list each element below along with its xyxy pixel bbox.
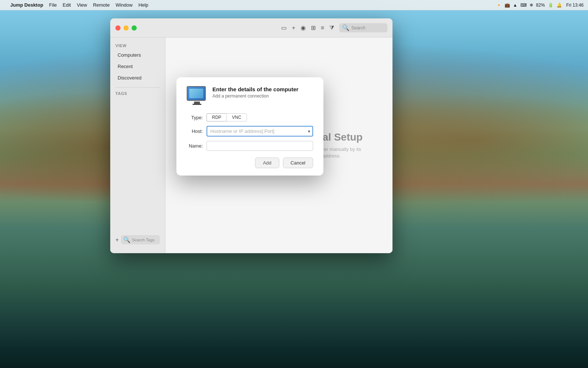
search-input[interactable] [351,25,384,31]
dialog-header: Enter the details of the computer Add a … [187,86,313,107]
type-row: Type: RDP VNC [187,113,313,121]
host-dropdown-button[interactable]: ▾ [306,128,312,135]
search-tags-bar[interactable]: 🔍 [121,235,160,244]
add-button[interactable]: Add [255,158,279,168]
close-button[interactable] [115,25,121,31]
add-tag-button[interactable]: + [115,237,119,243]
window-menu[interactable]: Window [115,2,132,8]
app-name-menu[interactable]: Jump Desktop [10,2,43,8]
list-view-icon[interactable]: ≡ [321,25,324,31]
sidebar-toggle-icon[interactable]: ▭ [281,24,287,31]
keyboard-icon: ⌨ [520,3,527,8]
dialog-title-group: Enter the details of the computer Add a … [212,86,313,99]
add-computer-icon[interactable]: + [292,25,295,31]
host-label: Host: [187,128,203,134]
dialog-title: Enter the details of the computer [212,86,313,92]
sidebar-item-discovered[interactable]: Discovered [112,72,163,83]
search-tags-icon: 🔍 [123,236,130,243]
filter-icon[interactable]: ⧩ [329,25,334,31]
monitor-screen-icon [189,89,203,98]
sidebar-item-computers[interactable]: Computers [112,50,163,60]
search-icon: 🔍 [342,24,349,31]
menubar: Jump Desktop File Edit View Remote Windo… [0,0,588,10]
dialog-subtitle: Add a permanent connection [212,93,313,99]
search-bar[interactable]: 🔍 [339,23,387,32]
edit-menu[interactable]: Edit [63,2,71,8]
host-input-group: ▾ [207,126,313,137]
battery-icon: 🔋 [548,3,553,8]
clock: Fri 13:46 [566,3,584,8]
help-menu[interactable]: Help [139,2,148,8]
sidebar-bottom: + 🔍 [110,232,165,247]
droplet-icon: 🔸 [496,3,502,8]
bluetooth-icon: ❄ [530,3,533,8]
minimize-button[interactable] [123,25,129,31]
vnc-button[interactable]: VNC [226,113,247,121]
add-computer-dialog: Enter the details of the computer Add a … [176,77,323,176]
search-tags-input[interactable] [132,238,158,242]
sidebar-divider [115,87,160,88]
sidebar: VIEW Computers Recent Discovered TAGS + … [110,38,165,253]
rdp-button[interactable]: RDP [207,113,226,121]
name-input[interactable] [207,141,313,151]
type-selector: RDP VNC [207,113,247,121]
view-section-label: VIEW [110,43,165,48]
dialog-actions: Add Cancel [187,158,313,168]
notification-icon: 🔔 [556,3,562,8]
briefcase-icon: 💼 [505,3,510,8]
remote-menu[interactable]: Remote [93,2,110,8]
name-row: Name: [187,141,313,151]
sidebar-item-recent[interactable]: Recent [112,61,163,72]
grid-view-icon[interactable]: ⊞ [311,24,316,31]
tags-section-label: TAGS [110,91,165,96]
host-input[interactable] [207,126,313,137]
eye-icon[interactable]: ◉ [301,24,306,31]
window-titlebar: ▭ + ◉ ⊞ ≡ ⧩ 🔍 [110,18,392,38]
type-label: Type: [187,115,203,120]
toolbar-icons: ▭ + ◉ ⊞ ≡ ⧩ 🔍 [281,23,387,32]
host-row: Host: ▾ [187,126,313,137]
name-label: Name: [187,143,203,149]
cancel-button[interactable]: Cancel [283,158,313,168]
window-controls [115,25,137,31]
monitor-base-icon [193,104,201,105]
wifi-icon: ▲ [513,3,517,8]
file-menu[interactable]: File [49,2,57,8]
battery-percentage: 82% [536,3,545,8]
computer-icon [187,86,207,107]
view-menu[interactable]: View [77,2,87,8]
maximize-button[interactable] [132,25,137,31]
